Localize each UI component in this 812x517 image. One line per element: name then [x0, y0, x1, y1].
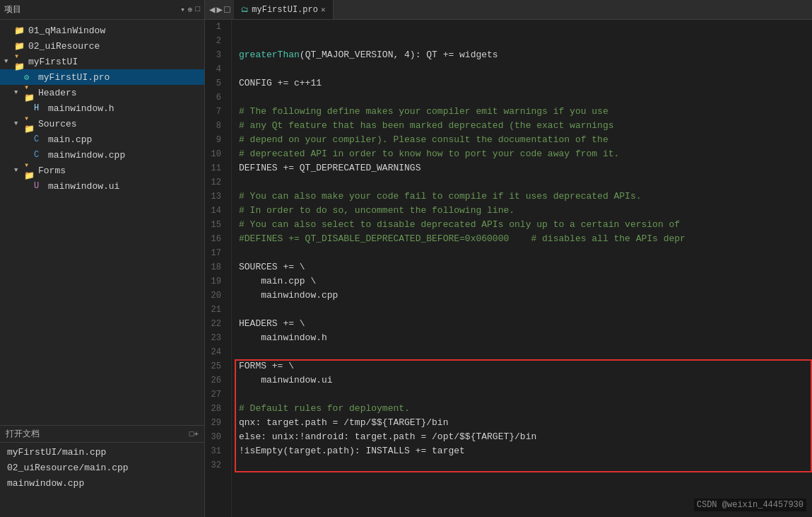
code-line: FORMS += \ — [239, 359, 812, 373]
tree-item[interactable]: ▼▾📁myFirstUI — [0, 54, 204, 69]
line-number: 5 — [205, 76, 225, 91]
tree-file-icon: U — [34, 181, 45, 191]
main-content: 📁01_qMainWindow📁02_uiResource▼▾📁myFirstU… — [0, 20, 812, 517]
line-number: 8 — [205, 119, 225, 133]
line-number: 19 — [205, 274, 225, 289]
filter-icon[interactable]: ▾ — [180, 5, 185, 14]
code-line: mainwindow.ui — [239, 373, 812, 388]
code-line: # The following define makes your compil… — [239, 105, 812, 119]
sidebar: 📁01_qMainWindow📁02_uiResource▼▾📁myFirstU… — [0, 20, 205, 517]
code-line: !isEmpty(target.path): INSTALLS += targe… — [239, 444, 812, 458]
line-number: 29 — [205, 416, 225, 430]
nav-file-icon[interactable]: □ — [224, 4, 230, 16]
tree-item-label: mainwindow.ui — [48, 181, 119, 192]
tab-filename: myFirstUI.pro — [252, 5, 318, 15]
code-line — [239, 34, 812, 48]
line-number: 7 — [205, 105, 225, 119]
code-line: mainwindow.h — [239, 331, 812, 345]
editor-wrapper: 1234567891011121314151617181920212223242… — [205, 20, 812, 517]
code-line: #DEFINES += QT_DISABLE_DEPRECATED_BEFORE… — [239, 232, 812, 246]
top-bar: 项目 ▾ ⊕ □ ◀ ▶ □ 🗂 myFirstUI.pro ✕ — [0, 0, 812, 20]
tree-file-icon: ▾📁 — [24, 113, 35, 134]
code-line: main.cpp \ — [239, 274, 812, 289]
watermark: CSDN @weixin_44457930 — [694, 499, 806, 511]
project-panel-title: 项目 — [4, 4, 180, 16]
tree-arrow-icon: ▼ — [14, 167, 21, 174]
code-editor[interactable]: 1234567891011121314151617181920212223242… — [205, 20, 812, 517]
line-number: 26 — [205, 373, 225, 388]
tree-item-label: mainwindow.cpp — [48, 150, 125, 161]
tree-file-icon: H — [34, 103, 45, 113]
tab-close-icon[interactable]: ✕ — [321, 5, 326, 14]
open-docs-title: 打开文档 — [6, 428, 40, 440]
line-number: 14 — [205, 204, 225, 218]
code-line: DEFINES += QT_DEPRECATED_WARNINGS — [239, 161, 812, 175]
tree-file-icon: 📁 — [14, 25, 25, 36]
code-line — [239, 20, 812, 34]
code-line: qnx: target.path = /tmp/$${TARGET}/bin — [239, 416, 812, 430]
code-lines: greaterThan(QT_MAJOR_VERSION, 4): QT += … — [232, 20, 812, 517]
editor-area: 1234567891011121314151617181920212223242… — [205, 20, 812, 517]
tree-file-icon: C — [34, 134, 45, 144]
editor-tab[interactable]: 🗂 myFirstUI.pro ✕ — [234, 0, 333, 19]
tree-file-icon: C — [34, 150, 45, 160]
tree-item[interactable]: 📁02_uiResource — [0, 38, 204, 54]
tree-item[interactable]: ▼▾📁Forms — [0, 163, 204, 178]
line-numbers: 1234567891011121314151617181920212223242… — [205, 20, 232, 517]
line-number: 18 — [205, 260, 225, 274]
tree-item-label: main.cpp — [48, 134, 92, 145]
open-docs-list: myFirstUI/main.cpp02_uiResource/main.cpp… — [0, 443, 204, 492]
code-line — [239, 246, 812, 260]
nav-arrows: ◀ ▶ □ — [205, 4, 234, 16]
open-docs-pane-icon[interactable]: □+ — [189, 430, 199, 438]
tree-file-icon: ▾📁 — [24, 82, 35, 103]
line-number: 11 — [205, 161, 225, 175]
nav-forward-icon[interactable]: ▶ — [216, 4, 222, 16]
line-number: 2 — [205, 34, 225, 48]
code-line: greaterThan(QT_MAJOR_VERSION, 4): QT += … — [239, 48, 812, 62]
open-doc-item[interactable]: myFirstUI/main.cpp — [0, 444, 204, 460]
pane-icon[interactable]: □ — [195, 5, 200, 14]
tree-file-icon: ⚙ — [24, 72, 35, 83]
line-number: 24 — [205, 345, 225, 359]
tree-item-label: 01_qMainWindow — [28, 25, 105, 36]
line-number: 12 — [205, 175, 225, 190]
line-number: 30 — [205, 430, 225, 444]
code-line — [239, 345, 812, 359]
project-tree: 📁01_qMainWindow📁02_uiResource▼▾📁myFirstU… — [0, 20, 204, 425]
line-number: 28 — [205, 402, 225, 416]
editor-tab-bar: ◀ ▶ □ 🗂 myFirstUI.pro ✕ — [205, 0, 812, 19]
sidebar-toolbar: ▾ ⊕ □ — [180, 5, 200, 14]
code-line: # deprecated API in order to know how to… — [239, 147, 812, 161]
tree-file-icon: ▾📁 — [24, 160, 35, 181]
tree-item[interactable]: ▼▾📁Sources — [0, 116, 204, 132]
line-number: 10 — [205, 147, 225, 161]
open-docs-header: 打开文档 □+ — [0, 426, 204, 443]
tree-arrow-icon: ▼ — [14, 120, 21, 127]
tree-item-label: Forms — [38, 165, 66, 176]
code-line: HEADERS += \ — [239, 317, 812, 331]
link-icon[interactable]: ⊕ — [188, 5, 193, 14]
code-line: else: unix:!android: target.path = /opt/… — [239, 430, 812, 444]
open-doc-item[interactable]: mainwindow.cpp — [0, 475, 204, 491]
code-line: mainwindow.cpp — [239, 289, 812, 303]
tree-item-label: Sources — [38, 119, 77, 129]
open-doc-item[interactable]: 02_uiResource/main.cpp — [0, 460, 204, 475]
tree-item[interactable]: 📁01_qMainWindow — [0, 23, 204, 38]
line-number: 9 — [205, 133, 225, 147]
line-number: 22 — [205, 317, 225, 331]
code-line: # any Qt feature that has been marked de… — [239, 119, 812, 133]
line-number: 6 — [205, 91, 225, 105]
line-number: 17 — [205, 246, 225, 260]
tree-item-label: Headers — [38, 88, 77, 98]
code-line — [239, 388, 812, 402]
tree-item[interactable]: ▼▾📁Headers — [0, 85, 204, 100]
code-line: CONFIG += c++11 — [239, 76, 812, 91]
nav-back-icon[interactable]: ◀ — [209, 4, 215, 16]
code-line — [239, 458, 812, 472]
line-number: 21 — [205, 303, 225, 317]
tree-item-label: mainwindow.h — [48, 103, 114, 114]
line-number: 13 — [205, 190, 225, 204]
code-line: # You can also make your code fail to co… — [239, 190, 812, 204]
code-line: # depend on your compiler). Please consu… — [239, 133, 812, 147]
